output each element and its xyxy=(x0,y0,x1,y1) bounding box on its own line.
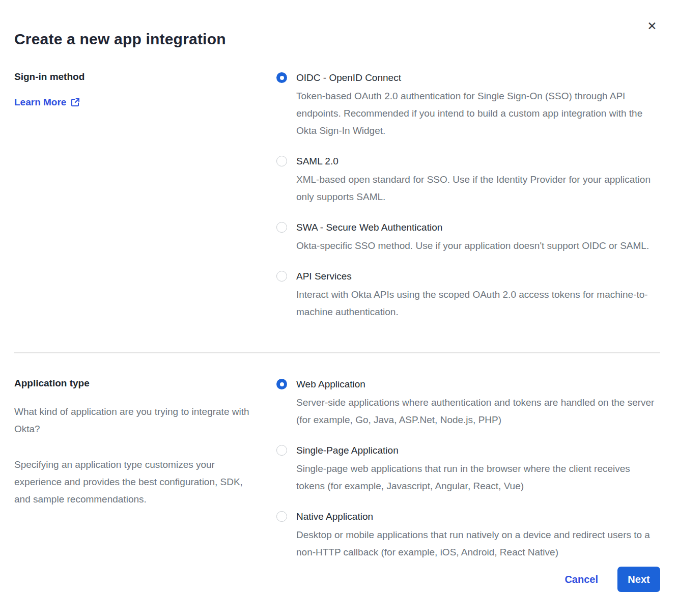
option-label[interactable]: SWA - Secure Web Authentication xyxy=(296,221,649,234)
option-label[interactable]: Native Application xyxy=(296,510,660,523)
close-icon[interactable]: ✕ xyxy=(645,19,659,33)
option-label[interactable]: Web Application xyxy=(296,378,660,390)
radio-unselected-icon[interactable] xyxy=(276,511,287,522)
signin-method-left-column: Sign-in method Learn More xyxy=(14,71,276,321)
radio-selected-icon[interactable] xyxy=(276,72,287,83)
option-description: Okta-specific SSO method. Use if your ap… xyxy=(296,237,649,255)
option-description: Server-side applications where authentic… xyxy=(296,394,660,429)
radio-option-single-page-application[interactable]: Single-Page Application Single-page web … xyxy=(276,444,660,495)
radio-option-web-application[interactable]: Web Application Server-side applications… xyxy=(276,378,660,429)
cancel-button[interactable]: Cancel xyxy=(564,574,598,585)
option-description: Token-based OAuth 2.0 authentication for… xyxy=(296,88,660,139)
radio-option-native-application[interactable]: Native Application Desktop or mobile app… xyxy=(276,510,660,561)
option-description: Desktop or mobile applications that run … xyxy=(296,526,660,561)
application-type-heading: Application type xyxy=(14,378,261,389)
section-divider xyxy=(14,352,660,353)
external-link-icon xyxy=(71,98,80,107)
dialog-footer: Cancel Next xyxy=(564,567,660,592)
option-label[interactable]: Single-Page Application xyxy=(296,444,660,457)
option-label[interactable]: API Services xyxy=(296,270,660,283)
page-title: Create a new app integration xyxy=(14,31,660,48)
radio-unselected-icon[interactable] xyxy=(276,156,287,166)
radio-selected-icon[interactable] xyxy=(276,379,287,389)
radio-unselected-icon[interactable] xyxy=(276,222,287,233)
next-button[interactable]: Next xyxy=(617,567,660,592)
signin-method-section: Sign-in method Learn More OIDC - OpenID … xyxy=(14,71,660,321)
radio-unselected-icon[interactable] xyxy=(276,445,287,456)
application-type-left-column: Application type What kind of applicatio… xyxy=(14,378,276,561)
application-type-question: What kind of application are you trying … xyxy=(14,403,259,438)
radio-option-saml[interactable]: SAML 2.0 XML-based open standard for SSO… xyxy=(276,155,660,206)
radio-option-oidc[interactable]: OIDC - OpenID Connect Token-based OAuth … xyxy=(276,71,660,139)
option-description: XML-based open standard for SSO. Use if … xyxy=(296,171,660,206)
application-type-section: Application type What kind of applicatio… xyxy=(14,378,660,561)
radio-option-api-services[interactable]: API Services Interact with Okta APIs usi… xyxy=(276,270,660,321)
create-app-integration-dialog: ✕ Create a new app integration Sign-in m… xyxy=(0,0,678,616)
signin-method-heading: Sign-in method xyxy=(14,71,261,82)
option-description: Single-page web applications that run in… xyxy=(296,460,660,495)
signin-method-options: OIDC - OpenID Connect Token-based OAuth … xyxy=(276,71,660,321)
option-label[interactable]: OIDC - OpenID Connect xyxy=(296,71,660,84)
application-type-explanation: Specifying an application type customize… xyxy=(14,456,259,508)
learn-more-link[interactable]: Learn More xyxy=(14,97,80,108)
option-description: Interact with Okta APIs using the scoped… xyxy=(296,286,660,321)
radio-option-swa[interactable]: SWA - Secure Web Authentication Okta-spe… xyxy=(276,221,660,255)
option-label[interactable]: SAML 2.0 xyxy=(296,155,660,167)
radio-unselected-icon[interactable] xyxy=(276,271,287,282)
application-type-options: Web Application Server-side applications… xyxy=(276,378,660,561)
learn-more-label: Learn More xyxy=(14,97,66,108)
